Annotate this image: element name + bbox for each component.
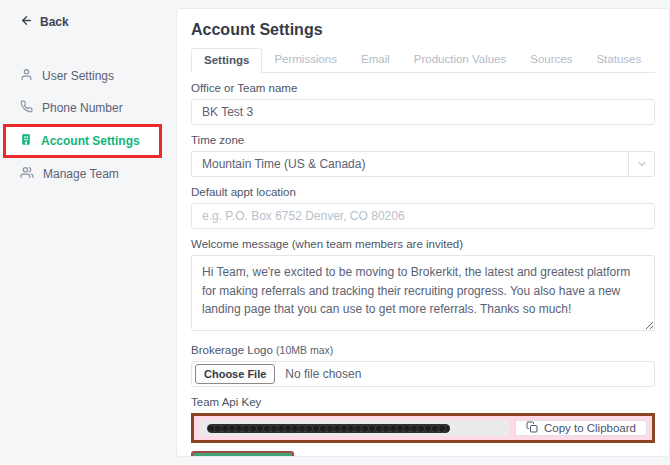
- copy-to-clipboard-button[interactable]: Copy to Clipboard: [515, 420, 647, 436]
- tab-statuses[interactable]: Statuses: [584, 48, 653, 72]
- clipboard-copy-icon: [526, 421, 538, 435]
- back-label: Back: [40, 15, 69, 29]
- tab-sources[interactable]: Sources: [518, 48, 584, 72]
- page-title: Account Settings: [191, 21, 655, 39]
- welcome-message-textarea[interactable]: Hi Team, we're excited to be moving to B…: [191, 255, 655, 331]
- back-button[interactable]: Back: [0, 0, 176, 30]
- sidebar-nav: User Settings Phone Number Account Setti…: [0, 60, 176, 190]
- choose-file-button[interactable]: Choose File: [195, 364, 275, 384]
- sidebar-item-user-settings[interactable]: User Settings: [0, 60, 176, 92]
- sidebar: Back User Settings Phone Number Account …: [0, 0, 176, 465]
- file-chosen-status: No file chosen: [285, 367, 361, 381]
- appt-location-input[interactable]: [191, 203, 655, 229]
- annotation-box-api-key: Copy to Clipboard: [191, 413, 655, 443]
- building-icon: [20, 133, 32, 149]
- tab-bar: Settings Permissions Email Production Va…: [191, 48, 655, 73]
- office-name-input[interactable]: [191, 99, 655, 125]
- sidebar-item-manage-team[interactable]: Manage Team: [0, 158, 176, 190]
- phone-icon: [20, 100, 33, 116]
- update-office-button[interactable]: Update Office: [191, 451, 294, 457]
- time-zone-select[interactable]: Mountain Time (US & Canada): [191, 151, 655, 177]
- tab-settings[interactable]: Settings: [191, 48, 262, 73]
- tab-email[interactable]: Email: [349, 48, 402, 72]
- time-zone-label: Time zone: [191, 134, 655, 147]
- team-api-key-label: Team Api Key: [191, 396, 655, 409]
- welcome-message-label: Welcome message (when team members are i…: [191, 238, 655, 251]
- office-name-label: Office or Team name: [191, 82, 655, 95]
- sidebar-item-account-settings[interactable]: Account Settings: [3, 124, 162, 158]
- sidebar-item-label: Account Settings: [41, 134, 140, 148]
- arrow-left-icon: [20, 14, 33, 30]
- sidebar-item-label: User Settings: [42, 69, 114, 83]
- appt-location-label: Default appt location: [191, 186, 655, 199]
- time-zone-select-control[interactable]: Mountain Time (US & Canada): [192, 152, 654, 176]
- team-api-key-field[interactable]: [199, 420, 509, 436]
- users-icon: [20, 166, 34, 182]
- tab-production-values[interactable]: Production Values: [402, 48, 518, 72]
- tab-permissions[interactable]: Permissions: [262, 48, 349, 72]
- copy-button-label: Copy to Clipboard: [544, 422, 636, 434]
- submit-row: Update Office: [191, 451, 655, 457]
- brokerage-logo-size-note: (10MB max): [276, 344, 333, 356]
- account-settings-panel: Account Settings Settings Permissions Em…: [176, 8, 670, 457]
- sidebar-item-label: Manage Team: [43, 167, 119, 181]
- sidebar-item-label: Phone Number: [42, 101, 123, 115]
- brokerage-logo-label: Brokerage Logo (10MB max): [191, 344, 655, 357]
- user-icon: [20, 68, 33, 84]
- sidebar-item-phone-number[interactable]: Phone Number: [0, 92, 176, 124]
- redacted-api-key-scribble: [207, 424, 450, 433]
- brokerage-logo-file-input[interactable]: Choose File No file chosen: [191, 361, 655, 387]
